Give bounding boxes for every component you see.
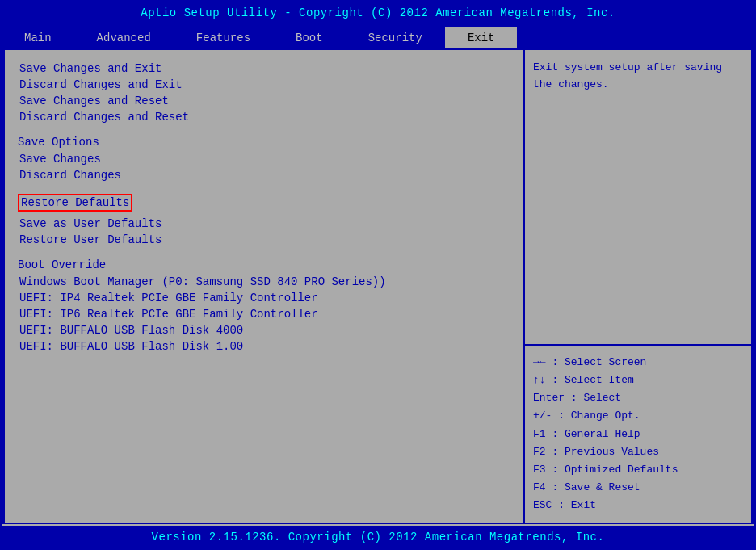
nav-main[interactable]: Main bbox=[2, 27, 74, 48]
boot-item-4[interactable]: UEFI: BUFFALO USB Flash Disk 1.00 bbox=[18, 339, 510, 354]
key-f1: F1 : General Help bbox=[533, 426, 743, 443]
left-panel: Save Changes and Exit Discard Changes an… bbox=[5, 50, 525, 523]
nav-bar: Main Advanced Features Boot Security Exi… bbox=[2, 24, 754, 48]
save-options-label: Save Options bbox=[18, 136, 510, 149]
key-esc: ESC : Exit bbox=[533, 497, 743, 514]
save-changes-and-reset[interactable]: Save Changes and Reset bbox=[18, 94, 510, 108]
boot-override-label: Boot Override bbox=[18, 258, 510, 271]
nav-security[interactable]: Security bbox=[346, 27, 445, 48]
right-description: Exit system setup after saving the chang… bbox=[525, 50, 751, 346]
description-text: Exit system setup after saving the chang… bbox=[533, 61, 722, 90]
bios-setup-utility: Aptio Setup Utility - Copyright (C) 2012… bbox=[0, 0, 756, 550]
key-enter: Enter : Select bbox=[533, 389, 743, 407]
key-legend: →← : Select Screen ↑↓ : Select Item Ente… bbox=[525, 346, 751, 523]
key-f3: F3 : Optimized Defaults bbox=[533, 461, 743, 479]
nav-exit[interactable]: Exit bbox=[445, 27, 518, 48]
nav-advanced[interactable]: Advanced bbox=[74, 27, 174, 48]
boot-item-3[interactable]: UEFI: BUFFALO USB Flash Disk 4000 bbox=[18, 323, 510, 338]
key-select-screen: →← : Select Screen bbox=[533, 354, 743, 372]
title-bar: Aptio Setup Utility - Copyright (C) 2012… bbox=[2, 2, 754, 24]
title-text: Aptio Setup Utility - Copyright (C) 2012… bbox=[141, 6, 615, 19]
key-f2: F2 : Previous Values bbox=[533, 443, 743, 461]
boot-item-2[interactable]: UEFI: IP6 Realtek PCIe GBE Family Contro… bbox=[18, 307, 510, 321]
discard-changes-and-exit[interactable]: Discard Changes and Exit bbox=[18, 78, 510, 92]
boot-item-0[interactable]: Windows Boot Manager (P0: Samsung SSD 84… bbox=[18, 275, 510, 289]
restore-user-defaults[interactable]: Restore User Defaults bbox=[18, 233, 510, 247]
discard-changes-and-reset[interactable]: Discard Changes and Reset bbox=[18, 110, 510, 124]
restore-defaults[interactable]: Restore Defaults bbox=[18, 194, 132, 212]
footer-text: Version 2.15.1236. Copyright (C) 2012 Am… bbox=[152, 531, 605, 544]
right-panel: Exit system setup after saving the chang… bbox=[525, 50, 751, 523]
save-changes-and-exit[interactable]: Save Changes and Exit bbox=[18, 61, 510, 76]
nav-boot[interactable]: Boot bbox=[273, 27, 346, 48]
main-content: Save Changes and Exit Discard Changes an… bbox=[3, 48, 753, 524]
save-changes[interactable]: Save Changes bbox=[18, 152, 510, 166]
save-as-user-defaults[interactable]: Save as User Defaults bbox=[18, 216, 510, 231]
discard-changes[interactable]: Discard Changes bbox=[18, 168, 510, 183]
key-change-opt: +/- : Change Opt. bbox=[533, 407, 743, 425]
boot-item-1[interactable]: UEFI: IP4 Realtek PCIe GBE Family Contro… bbox=[18, 291, 510, 305]
key-f4: F4 : Save & Reset bbox=[533, 479, 743, 497]
key-select-item: ↑↓ : Select Item bbox=[533, 372, 743, 389]
nav-features[interactable]: Features bbox=[174, 27, 273, 48]
footer: Version 2.15.1236. Copyright (C) 2012 Am… bbox=[2, 524, 754, 548]
